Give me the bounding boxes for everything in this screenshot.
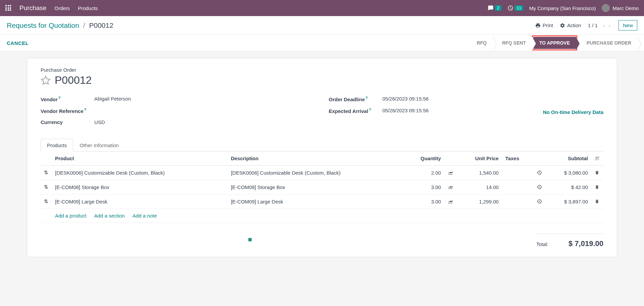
action-label: Action bbox=[567, 22, 581, 28]
statusbar: CANCEL RFQ RFQ SENT TO APPROVE PURCHASE … bbox=[0, 35, 644, 51]
delivery-data-link[interactable]: No On-time Delivery Data bbox=[543, 109, 603, 115]
th-quantity[interactable]: Quantity bbox=[403, 151, 444, 166]
value-vendor[interactable]: Abigail Peterson bbox=[94, 96, 131, 102]
label-vendor: Vendor? bbox=[41, 96, 94, 102]
forecast-icon[interactable] bbox=[444, 194, 456, 209]
delete-icon[interactable] bbox=[591, 194, 603, 209]
tabs: Products Other Information bbox=[41, 138, 603, 151]
value-arrival[interactable]: 05/26/2023 09:15:56 bbox=[383, 108, 429, 114]
control-actions: Print Action 1 / 1 ‹ › New bbox=[535, 20, 637, 30]
label-deadline: Order Deadline? bbox=[329, 96, 383, 102]
cell-quantity[interactable]: 3.00 bbox=[403, 180, 444, 194]
cell-quantity[interactable]: 3.00 bbox=[403, 194, 444, 209]
svg-marker-0 bbox=[42, 76, 50, 84]
th-taxes[interactable]: Taxes bbox=[502, 151, 533, 166]
activities-badge: 11 bbox=[515, 5, 523, 11]
delete-icon[interactable] bbox=[591, 166, 603, 180]
history-icon[interactable] bbox=[533, 194, 545, 209]
cell-unit-price[interactable]: 1,299.00 bbox=[456, 194, 502, 209]
topbar-left: Purchase Orders Products bbox=[5, 4, 98, 12]
cell-product[interactable]: [E-COM08] Storage Box bbox=[52, 180, 228, 194]
drag-handle-icon[interactable]: ⇅ bbox=[41, 194, 52, 209]
breadcrumb: Requests for Quotation / P00012 bbox=[7, 21, 113, 29]
add-product-link[interactable]: Add a product bbox=[55, 213, 86, 219]
apps-icon[interactable] bbox=[5, 5, 11, 11]
fields-grid: Vendor? Abigail Peterson Vendor Referenc… bbox=[41, 96, 603, 130]
star-icon[interactable] bbox=[41, 75, 51, 85]
cell-taxes[interactable] bbox=[502, 166, 533, 180]
th-product[interactable]: Product bbox=[52, 151, 228, 166]
activities-button[interactable]: 11 bbox=[507, 5, 523, 11]
pager-text: 1 / 1 bbox=[588, 22, 598, 28]
cell-subtotal: $ 3,897.00 bbox=[545, 194, 591, 209]
total-row: Total: $ 7,019.00 bbox=[41, 228, 603, 248]
fields-left: Vendor? Abigail Peterson Vendor Referenc… bbox=[41, 96, 315, 130]
cell-product[interactable]: [E-COM09] Large Desk bbox=[52, 194, 228, 209]
step-to-approve[interactable]: TO APPROVE bbox=[533, 37, 576, 49]
history-icon[interactable] bbox=[533, 180, 545, 194]
cell-description[interactable]: [DESK0006] Customizable Desk (Custom, Bl… bbox=[228, 166, 403, 180]
action-button[interactable]: Action bbox=[560, 22, 581, 28]
username: Marc Demo bbox=[612, 5, 639, 11]
drag-handle-icon[interactable]: ⇅ bbox=[41, 180, 52, 194]
step-purchase-order[interactable]: PURCHASE ORDER bbox=[577, 37, 637, 49]
cell-description[interactable]: [E-COM09] Large Desk bbox=[228, 194, 403, 209]
label-currency: Currency bbox=[41, 119, 94, 125]
table-row[interactable]: ⇅ [E-COM09] Large Desk [E-COM09] Large D… bbox=[41, 194, 603, 209]
add-section-link[interactable]: Add a section bbox=[94, 213, 125, 219]
forecast-icon[interactable] bbox=[444, 166, 456, 180]
tab-products[interactable]: Products bbox=[41, 139, 73, 151]
cell-quantity[interactable]: 2.00 bbox=[403, 166, 444, 180]
pager-next[interactable]: › bbox=[607, 21, 612, 29]
th-options[interactable] bbox=[591, 151, 603, 166]
breadcrumb-sep: / bbox=[83, 21, 85, 29]
add-links: Add a product Add a section Add a note bbox=[52, 209, 603, 223]
company-selector[interactable]: My Company (San Francisco) bbox=[529, 5, 596, 11]
cell-product[interactable]: [DESK0006] Customizable Desk (Custom, Bl… bbox=[52, 166, 228, 180]
cancel-button[interactable]: CANCEL bbox=[7, 40, 29, 46]
cell-taxes[interactable] bbox=[502, 194, 533, 209]
cell-description[interactable]: [E-COM08] Storage Box bbox=[228, 180, 403, 194]
forecast-icon[interactable] bbox=[444, 180, 456, 194]
delete-icon[interactable] bbox=[591, 180, 603, 194]
table-row[interactable]: ⇅ [E-COM08] Storage Box [E-COM08] Storag… bbox=[41, 180, 603, 194]
cell-taxes[interactable] bbox=[502, 180, 533, 194]
settings-icon bbox=[595, 156, 600, 161]
nav-products[interactable]: Products bbox=[78, 5, 98, 11]
gear-icon bbox=[560, 23, 565, 28]
value-deadline[interactable]: 05/26/2023 09:15:56 bbox=[383, 96, 429, 102]
pager: 1 / 1 ‹ › bbox=[588, 21, 612, 29]
messages-button[interactable]: 2 bbox=[488, 5, 501, 11]
value-currency[interactable]: USD bbox=[94, 119, 105, 125]
title-row: P00012 bbox=[41, 74, 603, 86]
label-vendor-ref: Vendor Reference? bbox=[41, 108, 94, 114]
history-icon[interactable] bbox=[533, 166, 545, 180]
step-rfq[interactable]: RFQ bbox=[471, 37, 493, 49]
avatar bbox=[602, 4, 610, 12]
main-wrap: Purchase Order P00012 Vendor? Abigail Pe… bbox=[0, 51, 644, 264]
breadcrumb-root[interactable]: Requests for Quotation bbox=[7, 21, 79, 29]
nav-orders[interactable]: Orders bbox=[54, 5, 70, 11]
cell-unit-price[interactable]: 14.00 bbox=[456, 180, 502, 194]
new-button[interactable]: New bbox=[618, 20, 637, 30]
controlbar: Requests for Quotation / P00012 Print Ac… bbox=[0, 16, 644, 35]
th-subtotal[interactable]: Subtotal bbox=[545, 151, 591, 166]
table-row[interactable]: ⇅ [DESK0006] Customizable Desk (Custom, … bbox=[41, 166, 603, 180]
status-steps: RFQ RFQ SENT TO APPROVE PURCHASE ORDER bbox=[471, 36, 637, 50]
highlight-box: TO APPROVE bbox=[532, 36, 577, 50]
th-unit-price[interactable]: Unit Price bbox=[456, 151, 502, 166]
cell-unit-price[interactable]: 1,540.00 bbox=[456, 166, 502, 180]
po-number: P00012 bbox=[55, 74, 92, 86]
pager-prev[interactable]: ‹ bbox=[602, 21, 606, 29]
print-button[interactable]: Print bbox=[535, 22, 553, 28]
tab-other-info[interactable]: Other Information bbox=[73, 139, 125, 151]
app-title[interactable]: Purchase bbox=[19, 4, 46, 12]
form-type-label: Purchase Order bbox=[41, 67, 603, 73]
print-icon bbox=[535, 23, 541, 28]
drag-handle-icon[interactable]: ⇅ bbox=[41, 166, 52, 180]
step-rfq-sent[interactable]: RFQ SENT bbox=[493, 37, 532, 49]
user-menu[interactable]: Marc Demo bbox=[602, 4, 639, 12]
th-description[interactable]: Description bbox=[228, 151, 403, 166]
products-table: Product Description Quantity Unit Price … bbox=[41, 151, 603, 223]
add-note-link[interactable]: Add a note bbox=[133, 213, 157, 219]
